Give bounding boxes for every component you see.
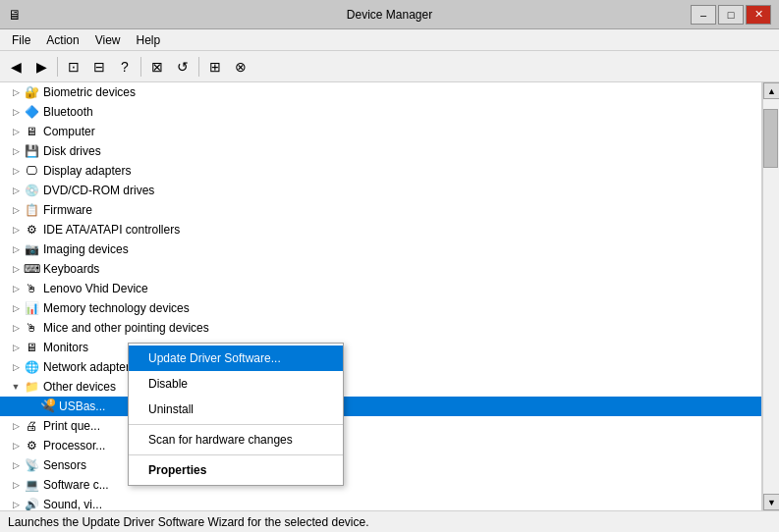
tree-item-monitors[interactable]: ▷ 🖥 Monitors [0,338,761,357]
arrow-usb [24,399,39,414]
scroll-up-button[interactable]: ▲ [763,82,779,99]
scrollbar[interactable]: ▲ ▼ [762,82,779,510]
arrow-imaging: ▷ [8,241,24,257]
label-ide: IDE ATA/ATAPI controllers [43,223,180,237]
close-button[interactable]: ✕ [746,5,771,25]
label-sound: Sound, vi... [43,498,102,510]
toolbar-uninstall[interactable]: ⊠ [145,55,169,79]
window-controls: – □ ✕ [691,5,771,25]
arrow-sound: ▷ [8,497,24,510]
toolbar-more2[interactable]: ⊗ [229,55,252,79]
tree-item-memory[interactable]: ▷ 📊 Memory technology devices [0,298,761,318]
arrow-bluetooth: ▷ [8,104,24,120]
icon-dvd: 💿 [24,183,39,198]
tree-item-mice[interactable]: ▷ 🖱 Mice and other pointing devices [0,318,761,338]
label-mice: Mice and other pointing devices [43,321,209,335]
toolbar-help[interactable]: ? [113,55,137,79]
menu-action[interactable]: Action [38,31,86,49]
context-menu-update-driver[interactable]: Update Driver Software... [129,346,343,371]
icon-mice: 🖱 [24,320,39,336]
tree-item-sound[interactable]: ▷ 🔊 Sound, vi... [0,495,761,510]
tree-item-bluetooth[interactable]: ▷ 🔷 Bluetooth [0,102,761,122]
icon-network: 🌐 [24,359,39,375]
tree-item-other[interactable]: ▼ 📁 Other devices [0,377,761,397]
icon-lenovo: 🖱 [24,281,39,296]
context-menu-uninstall[interactable]: Uninstall [129,397,343,422]
toolbar-separator-1 [57,57,58,77]
window-title: Device Manager [347,8,432,22]
icon-software: 💻 [24,477,39,493]
title-bar: 🖥 Device Manager – □ ✕ [0,0,779,29]
toolbar-back[interactable]: ◀ [4,55,28,79]
toolbar-forward[interactable]: ▶ [29,55,53,79]
label-other: Other devices [43,380,116,394]
toolbar-show-properties[interactable]: ⊡ [62,55,85,79]
label-computer: Computer [43,125,95,138]
tree-item-lenovo[interactable]: ▷ 🖱 Lenovo Vhid Device [0,279,761,298]
tree-item-dvd[interactable]: ▷ 💿 DVD/CD-ROM drives [0,181,761,200]
app-icon: 🖥 [8,7,22,23]
arrow-monitors: ▷ [8,340,24,355]
icon-monitors: 🖥 [24,340,39,355]
tree-item-display[interactable]: ▷ 🖵 Display adapters [0,161,761,181]
arrow-disk: ▷ [8,143,24,159]
toolbar: ◀ ▶ ⊡ ⊟ ? ⊠ ↺ ⊞ ⊗ [0,51,779,82]
toolbar-update-driver[interactable]: ⊟ [87,55,111,79]
icon-keyboards: ⌨ [24,261,39,277]
tree-item-ide[interactable]: ▷ ⚙ IDE ATA/ATAPI controllers [0,220,761,239]
tree-panel[interactable]: ▷ 🔐 Biometric devices ▷ 🔷 Bluetooth ▷ 🖥 … [0,82,762,510]
menu-bar: File Action View Help [0,29,779,51]
tree-item-network[interactable]: ▷ 🌐 Network adapters [0,357,761,377]
icon-disk: 💾 [24,143,39,159]
arrow-print: ▷ [8,418,24,434]
label-software: Software c... [43,478,109,492]
tree-item-usb[interactable]: 🔌 ! USBas... [0,397,761,416]
arrow-keyboards: ▷ [8,261,24,277]
label-sensors: Sensors [43,458,86,472]
toolbar-more1[interactable]: ⊞ [203,55,227,79]
arrow-other: ▼ [8,379,24,395]
scroll-thumb[interactable] [763,109,778,168]
title-bar-left: 🖥 [8,7,22,23]
arrow-lenovo: ▷ [8,281,24,296]
label-memory: Memory technology devices [43,301,190,315]
icon-memory: 📊 [24,300,39,316]
label-keyboards: Keyboards [43,262,99,276]
tree-item-sensors[interactable]: ▷ 📡 Sensors [0,455,761,475]
tree-item-print[interactable]: ▷ 🖨 Print que... [0,416,761,436]
tree-item-imaging[interactable]: ▷ 📷 Imaging devices [0,239,761,259]
arrow-sensors: ▷ [8,457,24,473]
tree-item-processor[interactable]: ▷ ⚙ Processor... [0,436,761,455]
label-dvd: DVD/CD-ROM drives [43,184,154,197]
tree-item-biometric[interactable]: ▷ 🔐 Biometric devices [0,82,761,102]
label-network: Network adapters [43,360,136,374]
menu-help[interactable]: Help [129,31,169,49]
icon-imaging: 📷 [24,241,39,257]
label-firmware: Firmware [43,203,92,217]
minimize-button[interactable]: – [691,5,716,25]
context-menu-properties[interactable]: Properties [129,457,343,483]
icon-bluetooth: 🔷 [24,104,39,120]
scroll-down-button[interactable]: ▼ [763,494,779,510]
toolbar-separator-2 [140,57,141,77]
tree-item-disk[interactable]: ▷ 💾 Disk drives [0,141,761,161]
maximize-button[interactable]: □ [718,5,744,25]
icon-biometric: 🔐 [24,84,39,100]
tree-item-firmware[interactable]: ▷ 📋 Firmware [0,200,761,220]
toolbar-separator-3 [198,57,199,77]
label-disk: Disk drives [43,144,101,158]
scroll-track[interactable] [763,99,779,494]
context-menu-scan[interactable]: Scan for hardware changes [129,427,343,452]
toolbar-scan[interactable]: ↺ [171,55,195,79]
arrow-dvd: ▷ [8,183,24,198]
menu-file[interactable]: File [4,31,38,49]
context-menu-disable[interactable]: Disable [129,371,343,397]
label-monitors: Monitors [43,341,88,354]
context-menu-sep-1 [129,424,343,425]
tree-item-software[interactable]: ▷ 💻 Software c... [0,475,761,495]
tree-item-computer[interactable]: ▷ 🖥 Computer [0,122,761,141]
arrow-mice: ▷ [8,320,24,336]
tree-item-keyboards[interactable]: ▷ ⌨ Keyboards [0,259,761,279]
menu-view[interactable]: View [87,31,129,49]
arrow-memory: ▷ [8,300,24,316]
